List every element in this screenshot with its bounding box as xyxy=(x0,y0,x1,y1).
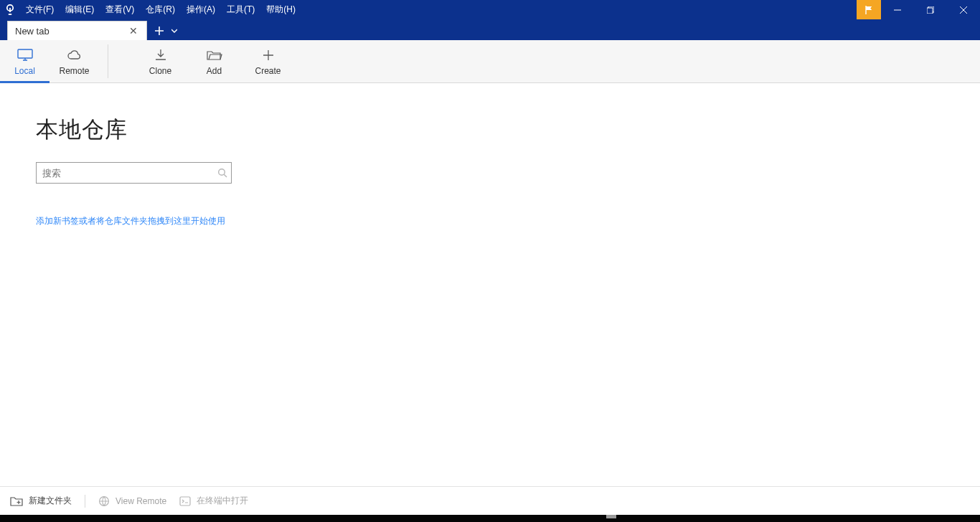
svg-rect-1 xyxy=(927,8,933,14)
svg-rect-2 xyxy=(18,49,32,58)
toolbar: Local Remote Clone xyxy=(0,40,980,83)
toolbar-local-label: Local xyxy=(14,66,35,76)
menu-tools[interactable]: 工具(T) xyxy=(221,0,260,19)
new-tab-button[interactable] xyxy=(151,23,167,39)
add-bookmark-hint-link[interactable]: 添加新书签或者将仓库文件夹拖拽到这里开始使用 xyxy=(36,215,225,227)
toolbar-remote-label: Remote xyxy=(59,66,89,76)
new-tab-dropdown[interactable] xyxy=(169,23,180,39)
menu-action[interactable]: 操作(A) xyxy=(181,0,221,19)
toolbar-separator xyxy=(108,44,108,78)
svg-rect-5 xyxy=(180,497,190,506)
os-taskbar-edge xyxy=(0,515,980,522)
tab-label: New tab xyxy=(15,26,126,37)
toolbar-clone-button[interactable]: Clone xyxy=(136,40,185,82)
new-folder-icon xyxy=(10,496,23,506)
menu-bar: 文件(F) 编辑(E) 查看(V) 仓库(R) 操作(A) 工具(T) 帮助(H… xyxy=(20,0,301,19)
close-button[interactable] xyxy=(947,0,980,19)
monitor-icon xyxy=(17,47,33,63)
minimize-button[interactable] xyxy=(881,0,914,19)
footer-view-remote-label: View Remote xyxy=(116,496,166,506)
plus-icon xyxy=(263,47,274,63)
footer-new-folder-label: 新建文件夹 xyxy=(29,495,72,507)
toolbar-clone-label: Clone xyxy=(149,66,171,76)
window-controls xyxy=(881,0,980,19)
search-input[interactable] xyxy=(36,162,232,184)
footer-open-terminal-label: 在终端中打开 xyxy=(197,495,248,507)
footer-separator xyxy=(85,495,85,508)
menu-file[interactable]: 文件(F) xyxy=(20,0,60,19)
download-icon xyxy=(154,47,167,63)
globe-icon xyxy=(98,495,110,507)
maximize-button[interactable] xyxy=(914,0,947,19)
notification-flag-button[interactable] xyxy=(857,0,881,19)
terminal-icon xyxy=(179,496,191,506)
toolbar-remote-button[interactable]: Remote xyxy=(50,40,99,82)
toolbar-add-label: Add xyxy=(207,66,222,76)
folder-open-icon xyxy=(207,47,222,63)
toolbar-add-button[interactable]: Add xyxy=(189,40,239,82)
menu-help[interactable]: 帮助(H) xyxy=(260,0,301,19)
new-tab-area xyxy=(147,21,180,40)
menu-edit[interactable]: 编辑(E) xyxy=(60,0,100,19)
tab-new[interactable]: New tab ✕ xyxy=(7,21,147,40)
toolbar-create-button[interactable]: Create xyxy=(243,40,293,82)
search-wrap xyxy=(36,162,232,184)
footer-open-terminal-button[interactable]: 在终端中打开 xyxy=(179,495,248,507)
page-title: 本地仓库 xyxy=(36,115,980,145)
toolbar-local-button[interactable]: Local xyxy=(0,40,50,82)
tab-strip: New tab ✕ xyxy=(0,19,980,40)
toolbar-create-label: Create xyxy=(255,66,281,76)
tab-close-icon[interactable]: ✕ xyxy=(126,25,141,37)
title-bar: 文件(F) 编辑(E) 查看(V) 仓库(R) 操作(A) 工具(T) 帮助(H… xyxy=(0,0,980,19)
footer-new-folder-button[interactable]: 新建文件夹 xyxy=(10,495,72,507)
cloud-icon xyxy=(66,47,83,63)
app-icon xyxy=(0,0,20,19)
footer-view-remote-button[interactable]: View Remote xyxy=(98,495,166,507)
menu-repo[interactable]: 仓库(R) xyxy=(140,0,181,19)
main-content: 本地仓库 添加新书签或者将仓库文件夹拖拽到这里开始使用 xyxy=(0,83,980,486)
footer-bar: 新建文件夹 View Remote 在终端中打开 xyxy=(0,486,980,515)
menu-view[interactable]: 查看(V) xyxy=(100,0,140,19)
taskbar-notch xyxy=(606,515,616,518)
